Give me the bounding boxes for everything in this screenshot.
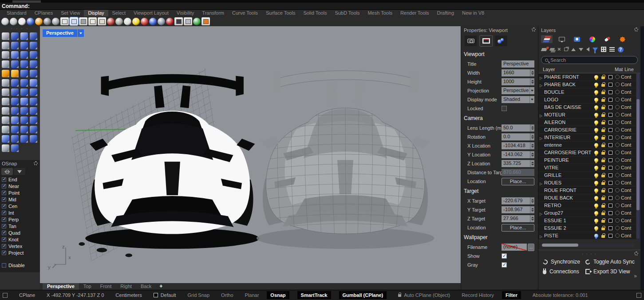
layer-linetype[interactable]: Cont — [621, 195, 635, 200]
menu-tab[interactable]: Select — [108, 10, 130, 16]
layer-visibility-bulb-icon[interactable] — [594, 120, 598, 124]
checkbox-icon[interactable] — [2, 217, 6, 222]
tool-icon[interactable] — [11, 88, 19, 96]
viewport-tab[interactable]: Top — [79, 283, 96, 290]
value-field[interactable]: Shaded — [502, 96, 529, 103]
layer-color-swatch[interactable] — [608, 234, 612, 238]
layer-name[interactable]: ROUES — [544, 180, 593, 185]
layer-linetype[interactable]: Cont — [621, 218, 635, 223]
layer-color-swatch[interactable] — [608, 98, 612, 102]
cube-display-tile-icon[interactable] — [79, 17, 87, 25]
panel-layout-icon[interactable] — [636, 293, 641, 298]
layer-color-swatch[interactable] — [608, 105, 612, 109]
properties-tab[interactable] — [480, 36, 492, 46]
layer-linetype[interactable]: Cont — [621, 127, 635, 132]
status-item[interactable]: SmartTrack — [297, 291, 331, 299]
menu-tab[interactable]: CPlanes — [31, 10, 57, 16]
panel-tab[interactable] — [556, 35, 568, 43]
layer-visibility-bulb-icon[interactable] — [594, 204, 598, 208]
layer-name[interactable]: AILERON — [544, 120, 593, 125]
beachball-sphere-icon[interactable] — [141, 18, 148, 25]
tool-icon[interactable] — [2, 42, 9, 49]
osnap-option[interactable]: Perp — [0, 216, 40, 223]
layer-material-icon[interactable] — [615, 112, 620, 117]
layer-visibility-bulb-icon[interactable] — [594, 166, 598, 170]
expand-arrow-icon[interactable] — [540, 136, 542, 140]
value-field[interactable]: 1660 — [502, 69, 530, 76]
layer-visibility-bulb-icon[interactable] — [594, 234, 598, 238]
panel-tab[interactable] — [541, 35, 553, 43]
spinner-control[interactable] — [530, 160, 534, 167]
layer-material-icon[interactable] — [615, 135, 620, 140]
tool-icon[interactable] — [2, 70, 9, 77]
layer-color-swatch[interactable] — [608, 188, 612, 192]
tool-icon[interactable] — [30, 126, 37, 133]
delete-layer-icon[interactable]: × — [557, 47, 561, 52]
osnap-option[interactable]: Project — [0, 249, 40, 256]
dropdown-arrow-icon[interactable] — [529, 87, 534, 94]
layer-name[interactable]: CARROSERIE — [544, 127, 593, 132]
layer-linetype[interactable]: Cont — [621, 104, 635, 110]
menu-tab[interactable]: Transform — [198, 10, 228, 16]
layer-name[interactable]: LOGO — [544, 97, 593, 102]
layer-name[interactable]: PISTE — [544, 233, 593, 238]
layer-name[interactable]: BAS DE CAISSE — [544, 104, 593, 110]
white-sphere-icon[interactable] — [124, 18, 131, 25]
layer-name[interactable]: PEINTURE — [544, 157, 593, 163]
expand-arrow-icon[interactable] — [540, 182, 542, 186]
layer-color-swatch[interactable] — [608, 75, 612, 79]
spinner-control[interactable] — [530, 69, 534, 76]
grenade-icon[interactable] — [115, 18, 123, 25]
tool-icon[interactable] — [11, 98, 19, 105]
tool-icon[interactable] — [2, 126, 9, 133]
checkbox-icon[interactable] — [2, 191, 6, 195]
menu-tab[interactable]: Render Tools — [396, 10, 433, 16]
value-field[interactable]: 27.966 — [502, 215, 530, 222]
tool-icon[interactable] — [20, 116, 28, 124]
checkbox-icon[interactable] — [2, 237, 6, 242]
checkbox-icon[interactable] — [2, 184, 6, 188]
expand-arrow-icon[interactable] — [540, 212, 542, 216]
layer-linetype[interactable]: Cont — [621, 225, 635, 231]
layer-row[interactable]: CARROSERIE Cont — [538, 126, 636, 134]
tool-icon[interactable] — [20, 51, 28, 59]
layer-color-swatch[interactable] — [608, 226, 612, 230]
layer-material-icon[interactable] — [615, 97, 620, 102]
properties-tab[interactable] — [495, 36, 507, 46]
new-layer-icon[interactable] — [541, 48, 548, 51]
layer-lock-icon[interactable] — [601, 114, 605, 117]
checkbox-icon[interactable] — [2, 224, 6, 228]
gear-icon[interactable] — [532, 28, 536, 32]
osnap-option[interactable]: Cen — [0, 203, 40, 209]
checkbox-icon[interactable] — [2, 204, 6, 208]
viewport-tab[interactable]: Right — [116, 283, 136, 290]
tool-icon[interactable] — [30, 135, 37, 143]
pen-display-tile-icon[interactable] — [60, 17, 69, 25]
tool-icon[interactable] — [30, 70, 37, 77]
menu-tab[interactable]: Set View — [57, 10, 84, 16]
tool-icon[interactable] — [20, 88, 28, 96]
sketch-display-tile-icon[interactable] — [70, 17, 78, 25]
color-grid-icon[interactable] — [201, 17, 210, 25]
value-field[interactable]: Perspective — [502, 87, 529, 94]
spinner-control[interactable] — [530, 206, 534, 213]
search-input[interactable] — [550, 57, 634, 63]
shaded-display-icon[interactable] — [10, 18, 17, 25]
layer-material-icon[interactable] — [615, 180, 620, 185]
layer-color-swatch[interactable] — [608, 151, 612, 155]
technical-display-icon[interactable] — [43, 18, 51, 25]
tool-icon[interactable] — [11, 126, 19, 133]
layer-color-swatch[interactable] — [608, 128, 612, 132]
spinner-control[interactable] — [530, 215, 534, 222]
status-item[interactable]: Filter — [502, 291, 521, 299]
layer-lock-icon[interactable] — [601, 92, 605, 94]
value-field[interactable]: -1034.418 — [502, 142, 530, 149]
layer-visibility-bulb-icon[interactable] — [594, 90, 598, 94]
value-field[interactable]: (none) — [502, 244, 527, 251]
layer-material-icon[interactable] — [615, 150, 620, 155]
layer-lock-icon[interactable] — [601, 129, 605, 132]
tool-icon[interactable] — [11, 135, 19, 143]
layer-row[interactable]: PISTE Cont — [538, 232, 636, 240]
layer-lock-icon[interactable] — [601, 190, 605, 192]
menu-tab[interactable]: Drafting — [433, 10, 458, 16]
